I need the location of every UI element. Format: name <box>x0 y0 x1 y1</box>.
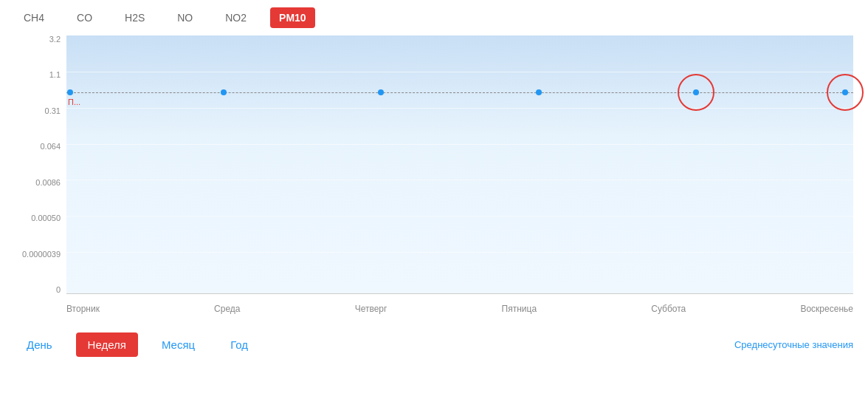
bottom-bar: День Неделя Месяц Год Среднесуточные зна… <box>0 324 868 366</box>
data-point-3 <box>536 89 542 95</box>
tab-ch4[interactable]: CH4 <box>15 7 53 28</box>
top-tabs: CH4 CO H2S NO NO2 PM10 <box>0 0 868 28</box>
grid-line-2 <box>66 108 853 109</box>
grid-line-6 <box>66 252 853 253</box>
pdk-line <box>66 92 853 93</box>
y-label-0: 3.2 <box>49 35 61 44</box>
y-label-4: 0.0086 <box>35 179 61 187</box>
period-tabs: День Неделя Месяц Год <box>15 332 260 357</box>
x-label-1: Среда <box>214 304 240 314</box>
x-label-3: Пятница <box>502 304 537 314</box>
y-label-3: 0.064 <box>40 143 61 151</box>
grid-line-5 <box>66 216 853 216</box>
period-tab-week[interactable]: Неделя <box>76 332 138 357</box>
grid-line-3 <box>66 144 853 145</box>
data-point-1 <box>221 89 227 95</box>
data-point-4 <box>693 89 699 95</box>
y-axis: 3.2 1.1 0.31 0.064 0.0086 0.00050 0.0000… <box>15 35 66 294</box>
x-label-0: Вторник <box>66 304 100 314</box>
y-label-2: 0.31 <box>45 107 61 115</box>
x-label-2: Четверг <box>355 304 388 314</box>
period-tab-month[interactable]: Месяц <box>150 332 207 357</box>
data-point-0 <box>67 89 73 95</box>
tab-no2[interactable]: NO2 <box>216 7 255 28</box>
chart-area: П... <box>66 35 853 294</box>
x-label-4: Суббота <box>651 304 686 314</box>
period-tab-year[interactable]: Год <box>218 332 260 357</box>
tab-pm10[interactable]: PM10 <box>270 7 315 28</box>
data-point-5 <box>842 89 848 95</box>
y-label-6: 0.0000039 <box>22 250 61 259</box>
tab-h2s[interactable]: H2S <box>116 7 154 28</box>
y-label-5: 0.00050 <box>31 214 61 222</box>
y-label-1: 1.1 <box>49 71 61 79</box>
period-tab-day[interactable]: День <box>15 332 64 357</box>
pdk-label: П... <box>68 98 80 106</box>
avg-label: Среднесуточные значения <box>734 339 853 350</box>
tab-co[interactable]: CO <box>68 7 101 28</box>
y-label-7: 0 <box>56 286 61 294</box>
x-axis: Вторник Среда Четверг Пятница Суббота Во… <box>66 294 853 324</box>
chart-container: 3.2 1.1 0.31 0.064 0.0086 0.00050 0.0000… <box>15 35 853 324</box>
x-label-5: Воскресенье <box>800 304 853 314</box>
grid-line-4 <box>66 180 853 180</box>
grid-line-1 <box>66 72 853 72</box>
tab-no[interactable]: NO <box>168 7 202 28</box>
data-point-2 <box>378 89 384 95</box>
